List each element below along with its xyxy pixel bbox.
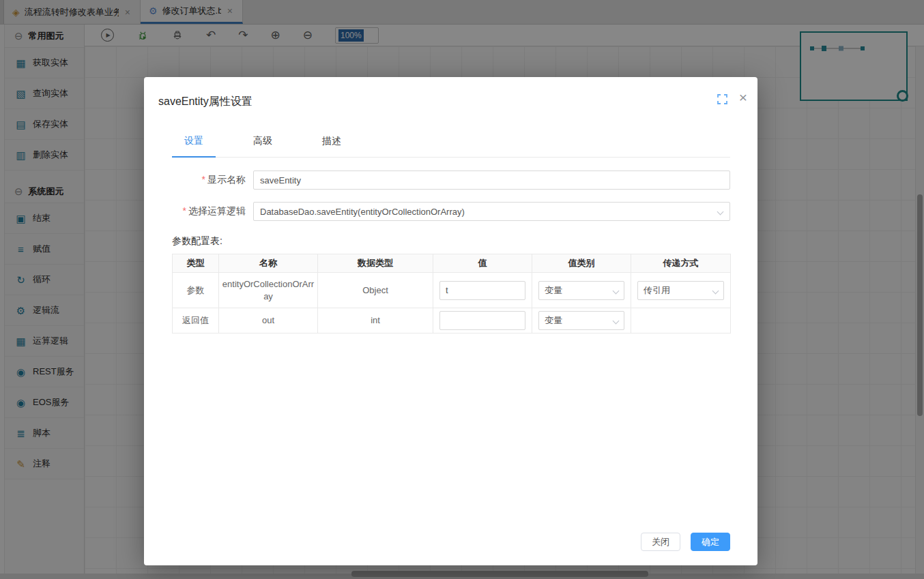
display-name-input[interactable]: [253, 170, 730, 190]
value-cell: [433, 308, 532, 333]
required-mark: *: [183, 205, 186, 216]
pass-mode-cell: 传引用: [631, 273, 731, 308]
chevron-down-icon: [613, 287, 620, 294]
value-cell: [433, 273, 532, 308]
display-name-label: *显示名称: [172, 174, 246, 186]
data-type-cell: Object: [318, 273, 433, 308]
required-mark: *: [202, 174, 205, 185]
confirm-button[interactable]: 确定: [691, 533, 730, 551]
param-value-input[interactable]: [439, 281, 525, 300]
logic-select-label: *选择运算逻辑: [172, 205, 246, 218]
chevron-down-icon: [613, 318, 620, 325]
close-button[interactable]: 关闭: [641, 533, 680, 551]
chevron-down-icon: [712, 287, 719, 294]
value-kind-select[interactable]: 变量: [538, 281, 624, 300]
settings-form: *显示名称 *选择运算逻辑 DatabaseDao.saveEntity(ent…: [172, 170, 730, 233]
col-value: 值: [433, 254, 532, 273]
col-name: 名称: [219, 254, 318, 273]
chevron-down-icon: [717, 209, 724, 216]
type-cell: 参数: [173, 273, 219, 308]
data-type-cell: int: [318, 308, 433, 333]
fullscreen-expand-icon[interactable]: [717, 94, 727, 106]
dialog-footer: 关闭 确定: [641, 533, 730, 551]
table-header-row: 类型 名称 数据类型 值 值类别 传递方式: [173, 254, 731, 273]
value-kind-select[interactable]: 变量: [538, 311, 624, 330]
table-row: 返回值 out int 变量: [173, 308, 731, 333]
dialog-tabs: 设置 高级 描述: [172, 135, 730, 158]
selected-logic-value: DatabaseDao.saveEntity(entityOrCollectio…: [260, 207, 465, 217]
col-pass-mode: 传递方式: [631, 254, 731, 273]
col-data-type: 数据类型: [318, 254, 433, 273]
param-table-caption: 参数配置表:: [172, 235, 222, 248]
dialog-close-icon[interactable]: ×: [739, 90, 747, 104]
tab-settings[interactable]: 设置: [172, 135, 216, 158]
tab-advanced[interactable]: 高级: [241, 135, 285, 157]
param-config-table: 类型 名称 数据类型 值 值类别 传递方式 参数 entityOrCollect…: [172, 254, 731, 333]
type-cell: 返回值: [173, 308, 219, 333]
return-value-input[interactable]: [439, 311, 525, 330]
value-kind-cell: 变量: [532, 273, 631, 308]
operation-logic-select[interactable]: DatabaseDao.saveEntity(entityOrCollectio…: [253, 202, 730, 221]
table-row: 参数 entityOrCollectionOrArray Object 变量 传…: [173, 273, 731, 308]
save-entity-properties-dialog: saveEntity属性设置 × 设置 高级 描述 *显示名称 *选择运算逻辑 …: [144, 77, 757, 565]
tab-description[interactable]: 描述: [310, 135, 353, 157]
value-kind-cell: 变量: [532, 308, 631, 333]
name-cell: entityOrCollectionOrArray: [219, 273, 318, 308]
display-name-row: *显示名称: [172, 170, 730, 190]
pass-mode-cell-empty: [631, 308, 731, 333]
col-type: 类型: [173, 254, 219, 273]
logic-select-row: *选择运算逻辑 DatabaseDao.saveEntity(entityOrC…: [172, 202, 730, 221]
name-cell: out: [219, 308, 318, 333]
dialog-title: saveEntity属性设置: [158, 95, 252, 109]
col-value-kind: 值类别: [532, 254, 631, 273]
pass-mode-select[interactable]: 传引用: [637, 281, 724, 300]
